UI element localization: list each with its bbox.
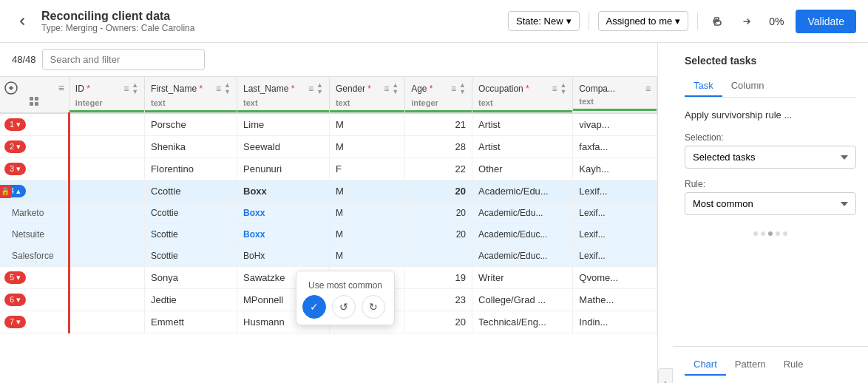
col-menu-company[interactable]: ≡ [645, 84, 651, 94]
subrow-salesforce: Salesforce Scottie BoHx M Academic/Educ.… [0, 245, 657, 267]
col-header-toggle: ≡ [0, 77, 69, 113]
col-type-gender: text [336, 98, 350, 107]
col-sort-gender[interactable]: ▲▼ [392, 82, 399, 95]
col-label-gender: Gender * [336, 84, 371, 94]
col-type-lastname: text [243, 98, 258, 107]
lock-icon: 🔒 [0, 185, 12, 198]
col-menu-occupation[interactable]: ≡ [552, 84, 557, 94]
dropdown-icon: ▾ [566, 16, 572, 27]
col-sort-firstname[interactable]: ▲▼ [224, 82, 231, 95]
validate-button[interactable]: Validate [796, 10, 856, 33]
svg-rect-4 [35, 102, 38, 106]
page-title: Reconciling client data [41, 10, 508, 23]
rule-select[interactable]: Most common Latest Oldest Longest Shorte… [685, 192, 856, 215]
col-type-id: integer [75, 98, 103, 107]
selection-group: Selection: Selected tasks All tasks [685, 132, 856, 169]
col-header-occupation: Occupation * ≡ ▲▼ text [472, 77, 573, 113]
col-header-company: Compa... ≡ text [573, 77, 657, 113]
row-badge-7[interactable]: 7 ▾ [4, 316, 26, 328]
nav-back-button[interactable] [707, 11, 728, 32]
col-type-occupation: text [478, 98, 493, 107]
rule-label: Rule: [685, 179, 856, 189]
col-menu-firstname[interactable]: ≡ [216, 84, 221, 94]
right-tabs: Task Column [685, 75, 856, 98]
col-label-company: Compa... [579, 84, 615, 94]
col-label-occupation: Occupation * [478, 84, 529, 94]
col-label-firstname: First_Name * [151, 84, 203, 94]
col-menu-gender[interactable]: ≡ [384, 84, 389, 94]
col-header-id: ID * ≡ ▲▼ integer [69, 77, 144, 113]
dot-2 [761, 231, 765, 236]
right-panel-top: Selected tasks Task Column Apply survivo… [673, 43, 868, 346]
table-row-expanded: 4 ▴ 🔒 Ccottie Boxx M 20 Academic/Edu... … [0, 180, 657, 203]
divider [697, 13, 698, 30]
col-sort-occupation[interactable]: ▲▼ [560, 82, 566, 95]
row-badge-2[interactable]: 2 ▾ [4, 140, 26, 153]
page-title-block: Reconciling client data Type: Merging - … [41, 10, 508, 33]
expand-all-icon[interactable] [4, 81, 18, 95]
col-header-lastname: Last_Name * ≡ ▲▼ text [237, 77, 330, 113]
col-type-firstname: text [151, 98, 166, 107]
table-row: 1 ▾ Porsche Lime M 21 Artist vivap... [0, 113, 657, 136]
popup-confirm-button[interactable]: ✓ [302, 295, 326, 319]
bottom-tab-rule[interactable]: Rule [775, 354, 813, 376]
dropdown-icon: ▾ [675, 16, 680, 27]
selection-label: Selection: [685, 132, 856, 143]
dot-5 [783, 231, 787, 236]
col-menu-lastname[interactable]: ≡ [308, 84, 313, 94]
tab-column[interactable]: Column [722, 75, 773, 97]
table-row: 3 ▾ Florentino Penunuri F 22 Other Kayh.… [0, 158, 657, 180]
table-row: 2 ▾ Shenika Seewald M 28 Artist faxfa... [0, 136, 657, 158]
dot-4 [776, 231, 780, 236]
col-label-lastname: Last_Name * [243, 84, 294, 94]
col-header-age: Age * ≡ ▲▼ integer [405, 77, 472, 113]
popup-history-button[interactable]: ↺ [332, 295, 356, 319]
col-sort-id[interactable]: ▲▼ [132, 82, 138, 95]
bottom-tab-pattern[interactable]: Pattern [726, 354, 775, 376]
col-menu-icon[interactable]: ≡ [58, 82, 64, 94]
search-input[interactable] [42, 49, 205, 70]
col-header-firstname: First_Name * ≡ ▲▼ text [145, 77, 237, 113]
dot-3 [768, 231, 773, 236]
app-header: Reconciling client data Type: Merging - … [0, 0, 868, 43]
progress-percent: 0% [766, 16, 787, 27]
bottom-tab-chart[interactable]: Chart [685, 354, 726, 376]
col-sort-lastname[interactable]: ▲▼ [316, 82, 323, 95]
row-badge-5[interactable]: 5 ▾ [4, 271, 26, 284]
record-count: 48/48 [12, 54, 36, 65]
row-badge-1[interactable]: 1 ▾ [4, 118, 26, 131]
popup-forward-button[interactable]: ↻ [362, 295, 385, 319]
nav-forward-button[interactable] [736, 11, 757, 32]
header-controls: State: New ▾ Assigned to me ▾ 0% Validat… [508, 10, 856, 33]
col-type-company: text [579, 97, 594, 106]
row-badge-3[interactable]: 3 ▾ [4, 163, 26, 175]
row-badge-6[interactable]: 6 ▾ [4, 294, 26, 306]
col-menu-age[interactable]: ≡ [451, 84, 456, 94]
selection-select[interactable]: Selected tasks All tasks [685, 146, 856, 169]
col-menu-id[interactable]: ≡ [123, 84, 129, 94]
page-subtitle: Type: Merging - Owners: Cale Carolina [41, 23, 508, 33]
left-toolbar: 48/48 [0, 43, 657, 77]
svg-rect-3 [30, 102, 33, 106]
svg-rect-2 [35, 97, 38, 101]
assigned-button[interactable]: Assigned to me ▾ [598, 11, 689, 31]
tab-task[interactable]: Task [685, 75, 722, 97]
state-button[interactable]: State: New ▾ [508, 11, 580, 31]
back-button[interactable] [12, 11, 33, 32]
popup-label: Use most common [302, 277, 388, 295]
apply-rule-text: Apply survivorship rule ... [685, 109, 856, 121]
data-table-container: ≡ ID [0, 77, 657, 383]
context-popup: Use most common ✓ ↺ ↻ [296, 271, 395, 325]
popup-actions: ✓ ↺ ↻ [302, 295, 388, 319]
svg-rect-1 [30, 97, 33, 101]
col-label-id: ID * [75, 84, 90, 94]
col-sort-age[interactable]: ▲▼ [459, 82, 466, 95]
col-header-gender: Gender * ≡ ▲▼ text [329, 77, 404, 113]
divider [589, 13, 589, 30]
panel-toggle-arrow[interactable]: › [658, 368, 673, 383]
grid-icon [29, 96, 39, 106]
main-content: 48/48 ≡ [0, 43, 868, 383]
right-panel: Selected tasks Task Column Apply survivo… [673, 43, 868, 383]
section-label: Selected tasks [685, 55, 856, 67]
dot-1 [753, 231, 758, 236]
